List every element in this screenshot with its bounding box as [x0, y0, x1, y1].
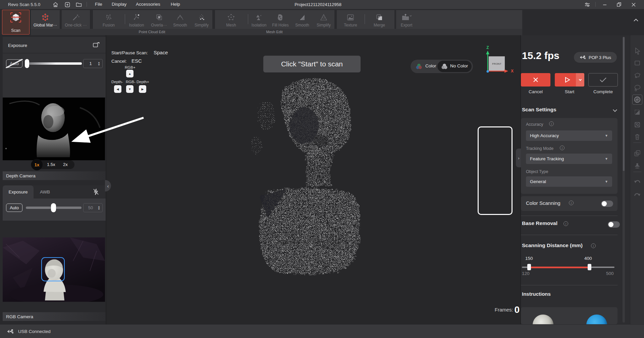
ribbon-button-mesh[interactable]: Mesh [219, 10, 243, 29]
depth-exposure-slider-track[interactable] [25, 62, 82, 65]
axis-gizmo[interactable]: FRONT Z X [482, 45, 514, 77]
cancel-x-icon [533, 77, 539, 83]
select-polygon-icon[interactable] [632, 70, 642, 80]
select-lasso-icon[interactable] [632, 83, 642, 93]
hint-start-label: Start/Pause Scan: [111, 50, 148, 55]
tracking-info-icon[interactable]: i [560, 146, 565, 150]
depth-exposure-spinner[interactable]: 1 ▲▼ [83, 59, 103, 68]
minimize-icon[interactable] [600, 0, 609, 9]
menu-accessories[interactable]: Accessories [134, 2, 162, 7]
base-removal-toggle[interactable] [608, 221, 620, 228]
ribbon-button-fill-holes[interactable]: Fill Holes [269, 10, 292, 29]
deselect-icon[interactable] [632, 120, 642, 130]
depth-exposure-slider-thumb[interactable] [25, 59, 29, 68]
spinner-arrows-icon[interactable]: ▲▼ [98, 61, 102, 66]
object-type-select[interactable]: General▼ [526, 176, 612, 187]
collapse-ribbon-icon[interactable] [633, 18, 639, 23]
rgb-exposure-spinner[interactable]: 50 ▲▼ [83, 203, 103, 212]
ribbon-button-pc-isolation[interactable]: Isolation [125, 10, 148, 29]
start-button[interactable] [555, 73, 584, 87]
color-scanning-info-icon[interactable]: i [569, 201, 574, 205]
spinner-arrows-icon[interactable]: ▲▼ [98, 206, 102, 210]
delete-icon[interactable] [632, 132, 642, 142]
sphere-select-icon[interactable] [632, 95, 642, 105]
undo-icon[interactable] [632, 177, 642, 187]
ribbon-button-fusion[interactable]: Fusion [97, 10, 120, 29]
restore-icon[interactable] [614, 0, 623, 9]
tab-rgb-awb[interactable]: AWB [34, 185, 56, 199]
flash-off-icon[interactable] [93, 188, 99, 196]
complete-button[interactable] [588, 73, 618, 87]
menu-help[interactable]: Help [169, 2, 182, 7]
frames-label: Frames: [495, 307, 513, 313]
home-icon[interactable] [51, 0, 60, 9]
ribbon-button-export[interactable]: Export [395, 10, 418, 29]
menu-file[interactable]: File [93, 2, 104, 7]
ribbon-button-global-marker[interactable]: Global Mar··· [31, 10, 60, 29]
ribbon-button-mesh-smooth[interactable]: Smooth [290, 10, 314, 29]
point-cloud-model[interactable] [235, 75, 376, 280]
open-folder-icon[interactable] [74, 0, 83, 9]
invert-selection-icon[interactable] [632, 107, 642, 117]
color-mode-toggle[interactable]: Color No Color [411, 60, 473, 73]
distance-slider-thumb-low[interactable] [527, 264, 531, 270]
stamp-icon[interactable] [632, 161, 642, 171]
tracking-mode-select[interactable]: Feature Tracking▼ [526, 154, 612, 164]
select-cursor-icon[interactable] [632, 46, 642, 56]
popout-icon[interactable] [93, 42, 100, 49]
project-title: Project12112024112958 [294, 2, 341, 7]
key-label-rgb-plus: RGB+ [125, 65, 136, 69]
group-label-mesh-edit: Mesh Edit [266, 30, 283, 34]
close-icon[interactable] [629, 0, 638, 9]
ribbon-button-label: Fill Holes [272, 23, 288, 27]
new-project-icon[interactable] [63, 0, 72, 9]
ribbon-button-mesh-simplify[interactable]: Simplify [312, 10, 335, 29]
scan-settings-collapse-icon[interactable] [613, 108, 617, 112]
start-dropdown-button[interactable] [576, 73, 584, 87]
ribbon-button-one-click[interactable]: One-click ··· [62, 10, 90, 29]
ribbon-button-label: Simplify [195, 23, 209, 27]
no-color-icon [441, 63, 448, 70]
tab-rgb-exposure[interactable]: Exposure [3, 185, 34, 199]
scan-viewport[interactable]: Start/Pause Scan: Space Cancel: ESC RGB+… [106, 35, 521, 324]
ribbon-toolbar: Scan Global Mar··· One-click ··· [0, 9, 644, 35]
depth-zoom-1-5x-button[interactable]: 1.5x [47, 162, 55, 167]
accuracy-info-icon[interactable]: i [549, 121, 554, 126]
accuracy-select[interactable]: High Accuracy▼ [526, 130, 612, 141]
rgb-exposure-slider-thumb[interactable] [51, 203, 56, 212]
ribbon-button-label: Mesh [226, 23, 236, 27]
scrollbar-thumb[interactable] [623, 37, 625, 171]
start-play-icon [565, 77, 570, 83]
ribbon-button-merge[interactable]: Merge [368, 10, 391, 29]
no-color-option-selected[interactable]: No Color [437, 61, 472, 72]
base-removal-info-icon[interactable]: i [564, 221, 568, 226]
rgb-auto-exposure-button[interactable]: Auto [6, 204, 22, 212]
redo-icon[interactable] [632, 190, 642, 200]
ribbon-button-mesh-isolation[interactable]: Isolation [247, 10, 271, 29]
right-panel-scrollbar[interactable] [623, 37, 625, 323]
duplicate-icon[interactable] [632, 148, 642, 158]
cancel-button[interactable] [521, 73, 550, 87]
export-icon [401, 13, 412, 22]
scanning-distance-info-icon[interactable]: i [591, 243, 596, 248]
ribbon-button-overlap[interactable]: Overla··· [147, 10, 171, 29]
ribbon-button-texture[interactable]: Texture [339, 10, 362, 29]
color-option[interactable]: Color [425, 63, 436, 68]
depth-zoom-2x-button[interactable]: 2x [63, 162, 68, 167]
scan-settings-header[interactable]: Scan Settings [522, 107, 556, 113]
color-scanning-toggle[interactable] [601, 201, 613, 207]
settings-sliders-icon[interactable] [583, 0, 592, 9]
menu-display[interactable]: Display [110, 2, 128, 7]
select-rectangle-icon[interactable] [632, 58, 642, 68]
dropdown-arrow-icon: ▼ [605, 157, 608, 161]
complete-check-icon [599, 77, 607, 82]
distance-slider-thumb-high[interactable] [588, 264, 591, 270]
depth-auto-exposure-button[interactable]: Auto [6, 59, 22, 68]
depth-zoom-1x-button[interactable]: 1x [31, 159, 43, 170]
ribbon-button-pc-simplify[interactable]: Simplify [190, 10, 213, 29]
ribbon-button-scan[interactable]: Scan [2, 10, 30, 35]
ribbon-button-pc-smooth[interactable]: Smooth [168, 10, 192, 29]
scan-settings-title: Scan Settings [522, 107, 556, 112]
gizmo-z-label: Z [486, 45, 489, 50]
app-title: Revo Scan 5.5.0 [8, 2, 40, 7]
